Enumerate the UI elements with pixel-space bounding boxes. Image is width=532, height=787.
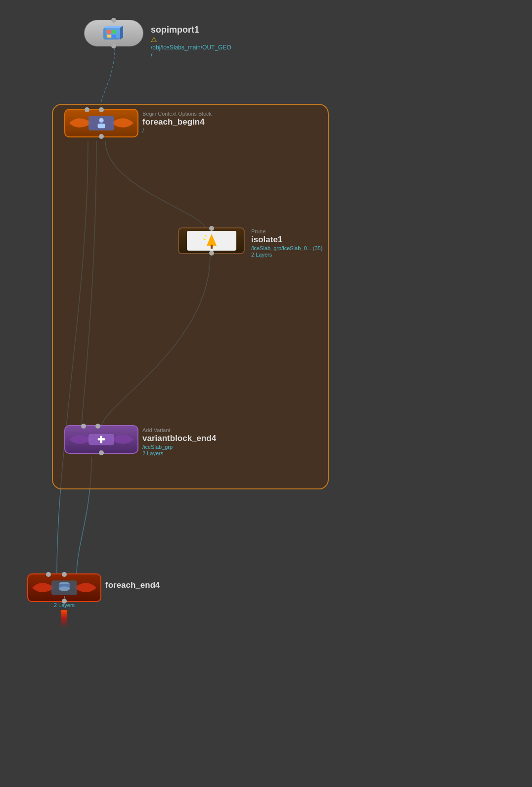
variantblock-connector-top (81, 424, 86, 429)
foreach-begin-info: Begin Context Options Block foreach_begi… (142, 111, 212, 133)
svg-rect-4 (107, 30, 111, 34)
node-canvas: sopimport1 ⚠ /obj/iceSlabs_main/OUT_GEO … (0, 0, 532, 787)
svg-rect-17 (100, 436, 102, 443)
sopimport-warning: ⚠ (151, 36, 231, 44)
svg-marker-2 (103, 26, 123, 28)
isolate-connector-top (209, 226, 214, 231)
foreach-end-connector-top2 (62, 572, 67, 577)
sopimport-name: sopimport1 (151, 25, 231, 35)
foreach-begin-path: / (142, 128, 212, 133)
isolate-path: /iceSlab_grp/iceSlab_0... (35) (251, 245, 322, 251)
foreach-end-layers: 2 Layers (54, 602, 75, 608)
svg-marker-3 (120, 26, 123, 40)
svg-point-21 (59, 586, 70, 591)
foreach-end-info: foreach_end4 (105, 580, 160, 590)
node-isolate-body[interactable] (178, 227, 245, 254)
isolate-sublabel: Prune (251, 228, 322, 234)
sopimport-path1: /obj/iceSlabs_main/OUT_GEO (151, 44, 231, 51)
variantblock-connector-bottom (99, 450, 104, 455)
foreach-end-name: foreach_end4 (105, 580, 160, 590)
node-sopimport-body[interactable] (84, 20, 143, 46)
svg-line-13 (205, 235, 207, 237)
isolate-layers: 2 Layers (251, 252, 322, 258)
variantblock-name: variantblock_end4 (142, 434, 216, 443)
svg-marker-11 (207, 234, 217, 246)
svg-rect-10 (98, 124, 105, 128)
sopimport-info: sopimport1 ⚠ /obj/iceSlabs_main/OUT_GEO … (151, 25, 231, 58)
svg-line-14 (203, 239, 206, 240)
variantblock-sublabel: Add Variant (142, 427, 216, 433)
node-variantblock[interactable]: Add Variant variantblock_end4 /iceSlab_g… (64, 425, 138, 454)
svg-rect-12 (211, 245, 213, 249)
node-isolate[interactable]: Prune isolate1 /iceSlab_grp/iceSlab_0...… (178, 227, 245, 254)
foreach-begin-connector-top (85, 107, 89, 112)
foreach-end-path: / (63, 595, 65, 601)
foreach-begin-connector-bottom (99, 134, 104, 139)
variantblock-info: Add Variant variantblock_end4 /iceSlab_g… (142, 427, 216, 456)
variantblock-layers: 2 Layers (142, 450, 216, 456)
isolate-name: isolate1 (251, 235, 322, 245)
node-foreach-begin[interactable]: Begin Context Options Block foreach_begi… (64, 109, 138, 137)
foreach-end-glow (61, 610, 67, 628)
sopimport-icon (101, 23, 126, 43)
node-foreach-begin-body[interactable] (64, 109, 138, 137)
svg-rect-5 (112, 30, 116, 34)
variantblock-path: /iceSlab_grp (142, 444, 216, 450)
sopimport-connector-top (111, 18, 116, 23)
isolate-icon-bg (187, 231, 236, 251)
variantblock-connector-top2 (95, 424, 100, 429)
node-sopimport[interactable]: sopimport1 ⚠ /obj/iceSlabs_main/OUT_GEO … (84, 20, 143, 46)
isolate-info: Prune isolate1 /iceSlab_grp/iceSlab_0...… (251, 228, 322, 258)
sopimport-path2: / (151, 51, 231, 58)
node-foreach-end[interactable]: foreach_end4 / 2 Layers (27, 573, 101, 602)
node-variantblock-body[interactable] (64, 425, 138, 454)
svg-rect-8 (89, 116, 114, 131)
foreach-begin-connector-top2 (99, 107, 104, 112)
svg-rect-7 (112, 35, 116, 38)
svg-point-9 (99, 118, 103, 123)
foreach-end-connector-top (46, 572, 51, 577)
isolate-connector-bottom (209, 251, 214, 256)
svg-rect-6 (107, 35, 111, 38)
foreach-end-output: / 2 Layers (54, 595, 75, 628)
foreach-begin-sublabel: Begin Context Options Block (142, 111, 212, 117)
foreach-begin-name: foreach_begin4 (142, 117, 212, 127)
sopimport-connector-bottom (111, 44, 116, 48)
